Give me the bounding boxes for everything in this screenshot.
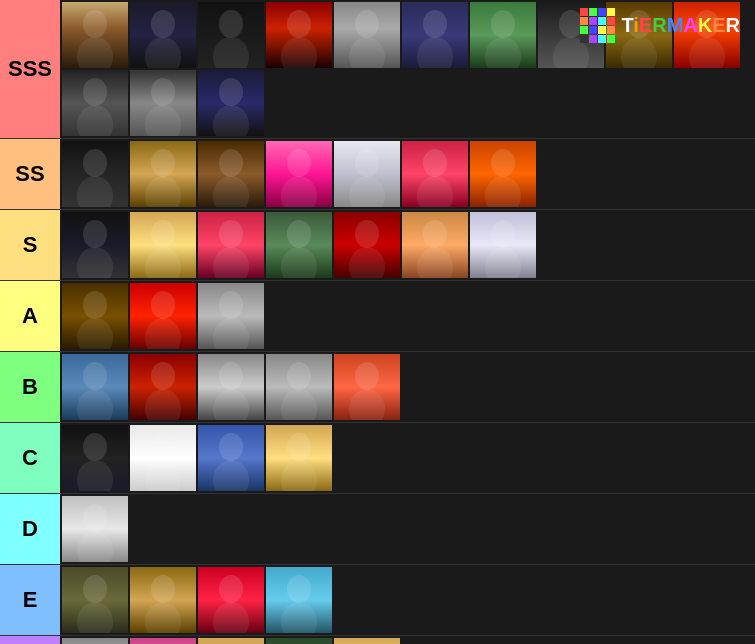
svg-point-61 [77, 389, 113, 420]
character-sss2[interactable] [130, 2, 196, 68]
character-b4[interactable] [266, 354, 332, 420]
character-s6[interactable] [402, 212, 468, 278]
svg-point-82 [151, 575, 175, 603]
tier-items-a [60, 281, 755, 351]
character-image-d1 [62, 496, 128, 562]
character-e4[interactable] [266, 567, 332, 633]
character-image-a3 [198, 283, 264, 349]
character-ss5[interactable] [334, 141, 400, 207]
character-f2[interactable] [130, 638, 196, 644]
character-image-cc3 [198, 425, 264, 491]
tiermaker-logo: TiERMAKER [580, 8, 740, 43]
character-image-s4 [266, 212, 332, 278]
character-image-f1 [62, 638, 128, 644]
character-cc4[interactable] [266, 425, 332, 491]
logo-cell [598, 26, 606, 34]
tier-items-f [60, 636, 755, 644]
character-ss4[interactable] [266, 141, 332, 207]
character-s7[interactable] [470, 212, 536, 278]
character-image-s6 [402, 212, 468, 278]
character-cc1[interactable] [62, 425, 128, 491]
character-sss11[interactable] [62, 70, 128, 136]
tier-items-ss [60, 139, 755, 209]
svg-point-36 [423, 149, 447, 177]
svg-point-63 [145, 389, 181, 420]
character-s3[interactable] [198, 212, 264, 278]
character-s2[interactable] [130, 212, 196, 278]
character-ss2[interactable] [130, 141, 196, 207]
tier-label-b: B [0, 352, 60, 422]
tier-label-c: C [0, 423, 60, 493]
logo-cell [598, 35, 606, 43]
svg-point-52 [491, 220, 515, 248]
svg-point-86 [287, 575, 311, 603]
svg-point-80 [83, 575, 107, 603]
character-sss4[interactable] [266, 2, 332, 68]
character-sss13[interactable] [198, 70, 264, 136]
character-sss7[interactable] [470, 2, 536, 68]
character-ss1[interactable] [62, 141, 128, 207]
character-a3[interactable] [198, 283, 264, 349]
character-b2[interactable] [130, 354, 196, 420]
character-f5[interactable] [334, 638, 400, 644]
svg-point-40 [83, 220, 107, 248]
character-sss5[interactable] [334, 2, 400, 68]
character-sss12[interactable] [130, 70, 196, 136]
character-image-s2 [130, 212, 196, 278]
logo-cell [607, 17, 615, 25]
character-cc3[interactable] [198, 425, 264, 491]
character-image-a2 [130, 283, 196, 349]
character-f3[interactable] [198, 638, 264, 644]
character-s5[interactable] [334, 212, 400, 278]
svg-point-41 [77, 247, 113, 278]
character-e2[interactable] [130, 567, 196, 633]
tier-row-e: E [0, 565, 755, 636]
character-s4[interactable] [266, 212, 332, 278]
svg-point-0 [83, 10, 107, 38]
character-s1[interactable] [62, 212, 128, 278]
svg-point-28 [151, 149, 175, 177]
svg-point-51 [417, 247, 453, 278]
character-ss6[interactable] [402, 141, 468, 207]
character-sss3[interactable] [198, 2, 264, 68]
svg-point-3 [145, 37, 181, 68]
logo-cell [580, 35, 588, 43]
svg-point-58 [219, 291, 243, 319]
character-image-sss4 [266, 2, 332, 68]
character-f1[interactable] [62, 638, 128, 644]
svg-point-83 [145, 602, 181, 633]
logo-cell [589, 26, 597, 34]
character-sss1[interactable] [62, 2, 128, 68]
svg-point-57 [145, 318, 181, 349]
tier-label-sss: SSS [0, 0, 60, 138]
character-d1[interactable] [62, 496, 128, 562]
character-ss7[interactable] [470, 141, 536, 207]
svg-point-8 [355, 10, 379, 38]
character-cc2[interactable] [130, 425, 196, 491]
svg-point-77 [281, 460, 317, 491]
character-image-sss3 [198, 2, 264, 68]
character-e3[interactable] [198, 567, 264, 633]
tier-items-b [60, 352, 755, 422]
svg-point-30 [219, 149, 243, 177]
svg-point-35 [349, 176, 385, 207]
svg-point-34 [355, 149, 379, 177]
svg-point-1 [77, 37, 113, 68]
character-a1[interactable] [62, 283, 128, 349]
logo-grid [580, 8, 615, 43]
tier-items-e [60, 565, 755, 635]
character-ss3[interactable] [198, 141, 264, 207]
svg-point-81 [77, 602, 113, 633]
character-e1[interactable] [62, 567, 128, 633]
svg-point-45 [213, 247, 249, 278]
svg-point-26 [83, 149, 107, 177]
character-sss6[interactable] [402, 2, 468, 68]
character-a2[interactable] [130, 283, 196, 349]
character-b5[interactable] [334, 354, 400, 420]
svg-point-79 [77, 531, 113, 562]
tier-label-ss: SS [0, 139, 60, 209]
svg-point-44 [219, 220, 243, 248]
character-f4[interactable] [266, 638, 332, 644]
character-b3[interactable] [198, 354, 264, 420]
character-b1[interactable] [62, 354, 128, 420]
